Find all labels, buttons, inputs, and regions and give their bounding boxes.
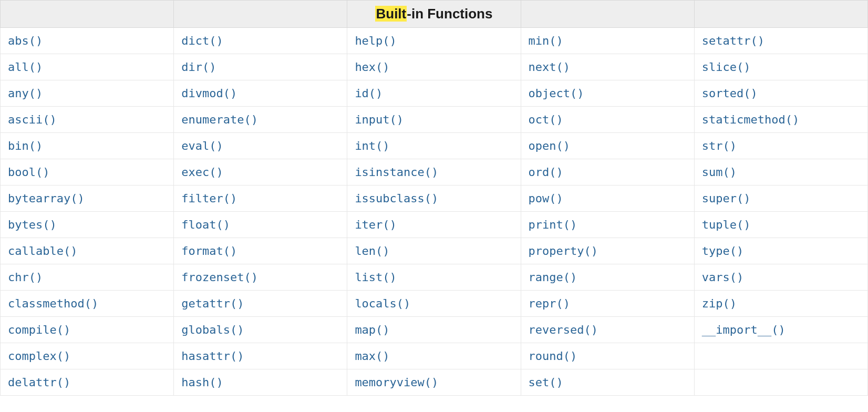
function-link[interactable]: property()	[529, 244, 598, 258]
function-link[interactable]: all()	[8, 60, 43, 74]
table-cell: next()	[521, 54, 694, 80]
function-link[interactable]: ord()	[529, 166, 563, 179]
function-link[interactable]: compile()	[8, 323, 70, 336]
function-link[interactable]: max()	[355, 349, 389, 363]
function-link[interactable]: pow()	[529, 192, 563, 205]
function-link[interactable]: bool()	[8, 166, 49, 179]
title-highlight: Built	[375, 6, 407, 22]
function-link[interactable]: zip()	[702, 297, 737, 310]
function-link[interactable]: str()	[702, 139, 737, 152]
function-link[interactable]: list()	[355, 271, 396, 284]
table-cell: memoryview()	[347, 369, 521, 396]
title-rest: -in Functions	[407, 6, 492, 22]
function-link[interactable]: super()	[702, 192, 751, 205]
function-link[interactable]: map()	[355, 323, 389, 336]
table-row: chr()frozenset()list()range()vars()	[1, 264, 868, 291]
table-cell: any()	[1, 80, 174, 107]
table-cell: delattr()	[1, 369, 174, 396]
function-link[interactable]: range()	[529, 271, 577, 284]
table-cell: __import__()	[694, 317, 867, 343]
table-cell: round()	[521, 343, 694, 369]
table-body: abs()dict()help()min()setattr()all()dir(…	[1, 28, 868, 396]
table-cell: open()	[521, 133, 694, 159]
function-link[interactable]: hash()	[181, 376, 223, 389]
table-row: all()dir()hex()next()slice()	[1, 54, 868, 80]
function-link[interactable]: open()	[529, 139, 570, 152]
table-row: abs()dict()help()min()setattr()	[1, 28, 868, 54]
function-link[interactable]: object()	[529, 87, 584, 100]
function-link[interactable]: next()	[529, 60, 570, 74]
function-link[interactable]: format()	[181, 244, 237, 258]
function-link[interactable]: print()	[529, 218, 577, 231]
table-cell: str()	[694, 133, 867, 159]
function-link[interactable]: bytearray()	[8, 192, 85, 205]
table-cell: type()	[694, 238, 867, 264]
table-cell: repr()	[521, 291, 694, 317]
function-link[interactable]: tuple()	[702, 218, 751, 231]
function-link[interactable]: hasattr()	[181, 349, 244, 363]
function-link[interactable]: ascii()	[8, 113, 57, 126]
function-link[interactable]: exec()	[181, 166, 223, 179]
function-link[interactable]: min()	[529, 34, 563, 47]
table-cell	[694, 343, 867, 369]
table-cell: isinstance()	[347, 159, 521, 186]
function-link[interactable]: complex()	[8, 349, 70, 363]
function-link[interactable]: hex()	[355, 60, 389, 74]
table-cell: bin()	[1, 133, 174, 159]
function-link[interactable]: delattr()	[8, 376, 70, 389]
function-link[interactable]: len()	[355, 244, 389, 258]
function-link[interactable]: staticmethod()	[702, 113, 799, 126]
function-link[interactable]: issubclass()	[355, 192, 438, 205]
function-link[interactable]: sorted()	[702, 87, 758, 100]
table-cell: help()	[347, 28, 521, 54]
table-cell: classmethod()	[1, 291, 174, 317]
function-link[interactable]: isinstance()	[355, 166, 438, 179]
function-link[interactable]: float()	[181, 218, 230, 231]
function-link[interactable]: abs()	[8, 34, 43, 47]
function-link[interactable]: dict()	[181, 34, 223, 47]
function-link[interactable]: __import__()	[702, 323, 786, 336]
function-link[interactable]: any()	[8, 87, 43, 100]
table-cell: filter()	[174, 186, 347, 212]
function-link[interactable]: getattr()	[181, 297, 244, 310]
function-link[interactable]: input()	[355, 113, 404, 126]
function-link[interactable]: bin()	[8, 139, 43, 152]
function-link[interactable]: sum()	[702, 166, 737, 179]
function-link[interactable]: classmethod()	[8, 297, 98, 310]
function-link[interactable]: set()	[529, 376, 563, 389]
function-link[interactable]: id()	[355, 87, 383, 100]
function-link[interactable]: vars()	[702, 271, 743, 284]
table-cell: set()	[521, 369, 694, 396]
table-cell: min()	[521, 28, 694, 54]
function-link[interactable]: eval()	[181, 139, 223, 152]
function-link[interactable]: chr()	[8, 271, 43, 284]
function-link[interactable]: type()	[702, 244, 743, 258]
function-link[interactable]: slice()	[702, 60, 751, 74]
table-row: delattr()hash()memoryview()set()	[1, 369, 868, 396]
function-link[interactable]: int()	[355, 139, 389, 152]
function-link[interactable]: memoryview()	[355, 376, 438, 389]
function-link[interactable]: filter()	[181, 192, 237, 205]
function-link[interactable]: globals()	[181, 323, 244, 336]
function-link[interactable]: reversed()	[529, 323, 598, 336]
function-link[interactable]: oct()	[529, 113, 563, 126]
function-link[interactable]: iter()	[355, 218, 396, 231]
function-link[interactable]: round()	[529, 349, 577, 363]
function-link[interactable]: divmod()	[181, 87, 237, 100]
function-link[interactable]: enumerate()	[181, 113, 258, 126]
table-cell: compile()	[1, 317, 174, 343]
function-link[interactable]: bytes()	[8, 218, 57, 231]
function-link[interactable]: dir()	[181, 60, 216, 74]
table-row: any()divmod()id()object()sorted()	[1, 80, 868, 107]
function-link[interactable]: frozenset()	[181, 271, 258, 284]
function-link[interactable]: callable()	[8, 244, 77, 258]
function-link[interactable]: setattr()	[702, 34, 764, 47]
table-cell: map()	[347, 317, 521, 343]
table-cell: float()	[174, 212, 347, 238]
table-cell: all()	[1, 54, 174, 80]
function-link[interactable]: locals()	[355, 297, 410, 310]
function-link[interactable]: repr()	[529, 297, 570, 310]
table-cell: max()	[347, 343, 521, 369]
function-link[interactable]: help()	[355, 34, 396, 47]
table-cell: super()	[694, 186, 867, 212]
